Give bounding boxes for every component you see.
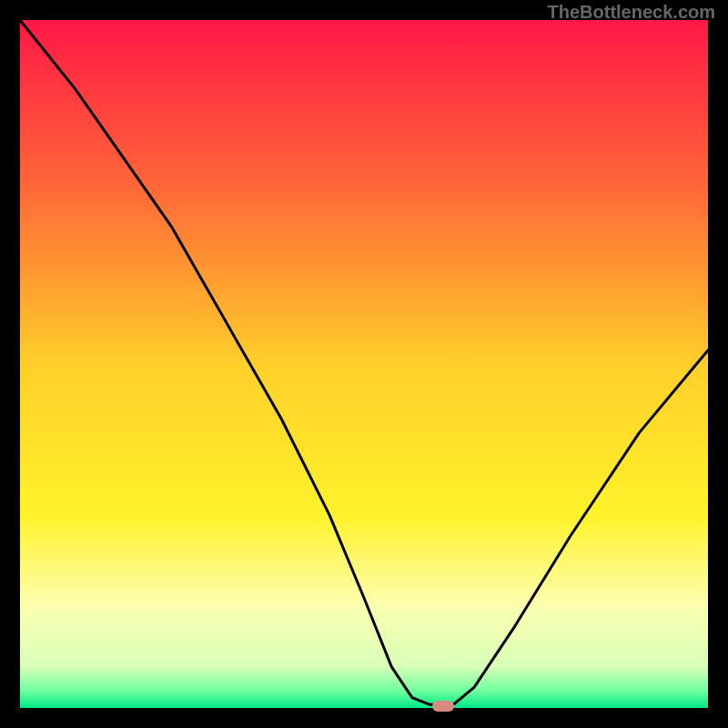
plot-frame xyxy=(20,20,708,708)
plot-background xyxy=(20,20,708,708)
watermark-text: TheBottleneck.com xyxy=(548,2,715,23)
optimal-marker xyxy=(432,701,454,712)
svg-rect-0 xyxy=(20,20,708,708)
